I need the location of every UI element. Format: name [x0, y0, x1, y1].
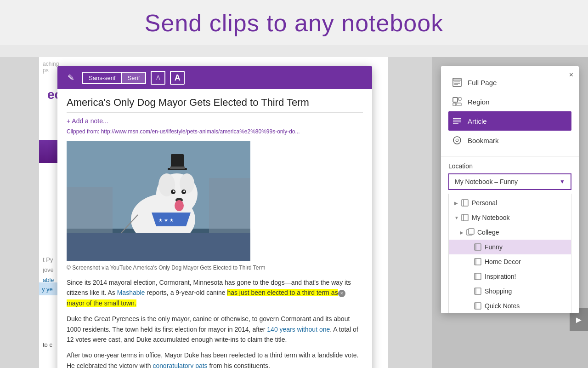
svg-rect-21 — [453, 78, 461, 86]
article-body: Since its 2014 mayoral election, Cormora… — [67, 277, 363, 368]
tree-item-shopping[interactable]: Shopping — [449, 284, 571, 299]
dog-image: ★ ★ ★ — [67, 141, 250, 261]
option-region[interactable]: Region — [448, 92, 571, 111]
svg-rect-52 — [475, 288, 481, 294]
svg-rect-27 — [458, 98, 461, 100]
page-title: Send clips to any notebook — [0, 9, 588, 37]
article-title: America's Only Dog Mayor Gets Elected to… — [67, 97, 363, 113]
tree-item-college[interactable]: ▶ College — [449, 225, 571, 240]
svg-point-15 — [175, 200, 184, 211]
tree-item-inspiration[interactable]: Inspiration! — [449, 269, 571, 284]
expand-icon: ▶ — [460, 230, 466, 235]
svg-point-14 — [183, 190, 185, 192]
svg-rect-46 — [475, 244, 481, 250]
svg-rect-50 — [475, 273, 481, 280]
expand-icon: ▼ — [454, 215, 461, 220]
svg-rect-26 — [453, 98, 458, 102]
clip-content-area: America's Only Dog Mayor Gets Elected to… — [57, 89, 372, 368]
tree-item-personal[interactable]: ▶ Personal — [449, 196, 571, 210]
section-group-icon — [466, 228, 475, 236]
svg-rect-40 — [462, 200, 468, 206]
section-icon — [474, 272, 482, 281]
tree-item-home-decor[interactable]: Home Decor — [449, 254, 571, 269]
dropdown-value: My Notebook – Funny — [455, 178, 518, 185]
svg-rect-54 — [475, 303, 481, 309]
svg-rect-28 — [453, 103, 456, 106]
article-image-wrapper: ★ ★ ★ — [67, 141, 363, 261]
svg-point-34 — [453, 137, 461, 144]
tree-item-my-notebook[interactable]: ▼ My Notebook — [449, 210, 571, 225]
tree-label-quick-notes: Quick Notes — [485, 302, 520, 310]
location-label: Location — [448, 162, 571, 170]
image-caption: © Screenshot via YouTube America's Only … — [67, 264, 363, 271]
add-note-button[interactable]: + Add a note... — [67, 117, 363, 125]
section-icon — [474, 287, 482, 295]
sans-serif-button[interactable]: Sans-serif — [82, 72, 121, 84]
font-button-group: Sans-serif Serif — [82, 72, 146, 84]
top-heading-area: Send clips to any notebook — [0, 0, 588, 45]
article-paragraph-2: Duke the Great Pyrenees is the only mayo… — [67, 314, 363, 345]
article-label: Article — [468, 117, 487, 125]
highlighted-text-2: mayor of the small town. — [67, 299, 136, 307]
tree-label-college: College — [477, 229, 499, 236]
font-size-large-button[interactable]: A — [170, 71, 185, 85]
location-section: Location My Notebook – Funny ▼ ▶ Persona… — [441, 157, 579, 313]
clip-options: Full Page Region — [441, 66, 579, 157]
clip-toolbar: ✎ Sans-serif Serif A A — [57, 66, 372, 89]
option-bookmark[interactable]: Bookmark — [448, 131, 571, 150]
body-text-3b: from his constituents. — [208, 362, 270, 368]
tree-label-inspiration: Inspiration! — [485, 273, 516, 280]
region-icon — [452, 97, 462, 107]
svg-rect-42 — [462, 214, 468, 221]
chevron-down-icon: ▼ — [560, 178, 565, 185]
years-link[interactable]: 140 years without one — [267, 326, 330, 333]
serif-button[interactable]: Serif — [121, 72, 147, 84]
chevron-right-icon: ► — [574, 315, 583, 325]
bookmark-label: Bookmark — [468, 137, 499, 144]
congrats-link[interactable]: congratulatory pats — [153, 362, 208, 368]
notebook-icon — [461, 213, 469, 222]
option-full-page[interactable]: Full Page — [448, 73, 571, 92]
region-label: Region — [468, 98, 490, 106]
svg-rect-29 — [457, 103, 461, 106]
tree-label-personal: Personal — [472, 199, 497, 207]
browser-background: aching ps ec I-F t Py jove able ed t y y… — [0, 57, 588, 368]
svg-rect-9 — [170, 167, 185, 169]
mashable-link[interactable]: Mashable — [117, 289, 145, 296]
svg-rect-45 — [469, 229, 474, 234]
article-paragraph-1: Since its 2014 mayoral election, Cormora… — [67, 277, 363, 308]
tree-label-funny: Funny — [485, 243, 503, 251]
clip-dialog: ✎ Sans-serif Serif A A America's Only Do… — [57, 66, 372, 368]
full-page-icon — [452, 77, 462, 87]
tree-item-funny[interactable]: Funny — [449, 240, 571, 254]
article-icon — [452, 116, 462, 126]
dog-illustration: ★ ★ ★ — [67, 141, 250, 261]
highlight-cancel-icon[interactable]: × — [338, 290, 345, 297]
article-paragraph-3: After two one-year terms in office, Mayo… — [67, 350, 363, 368]
tree-label-home-decor: Home Decor — [485, 258, 521, 265]
section-icon — [474, 243, 482, 251]
section-icon — [474, 302, 482, 310]
option-article[interactable]: Article — [448, 111, 571, 131]
svg-rect-19 — [67, 187, 113, 233]
full-page-label: Full Page — [468, 79, 497, 86]
notebook-icon — [461, 199, 469, 207]
pencil-icon: ✎ — [64, 71, 78, 85]
svg-point-13 — [173, 190, 175, 192]
close-button[interactable]: × — [569, 71, 573, 79]
tree-label-my-notebook: My Notebook — [472, 214, 509, 221]
clipped-from: Clipped from: http://www.msn.com/en-us/l… — [67, 128, 363, 135]
bookmark-icon — [452, 135, 462, 145]
notebook-panel: × Full Page — [441, 66, 579, 313]
section-icon — [474, 258, 482, 266]
notebook-dropdown[interactable]: My Notebook – Funny ▼ — [448, 173, 571, 190]
svg-rect-2 — [113, 233, 204, 252]
body-text-1b: reports, a 9-year-old canine — [145, 289, 227, 296]
svg-rect-1 — [67, 229, 250, 261]
svg-text:★ ★ ★: ★ ★ ★ — [158, 218, 174, 223]
svg-rect-20 — [209, 178, 250, 233]
notebook-tree: ▶ Personal ▼ My Notebook — [448, 194, 571, 313]
font-size-small-button[interactable]: A — [151, 71, 165, 85]
tree-item-quick-notes[interactable]: Quick Notes — [449, 299, 571, 313]
tree-label-shopping: Shopping — [485, 288, 512, 295]
